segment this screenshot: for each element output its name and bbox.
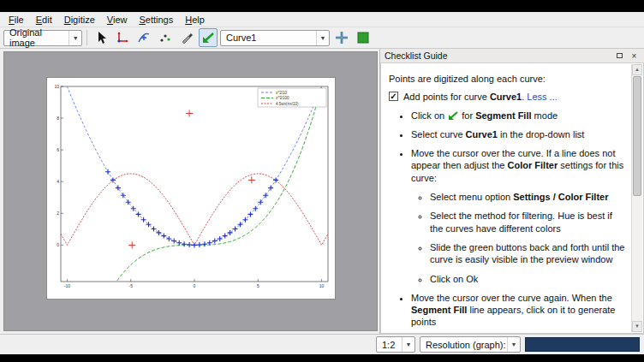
chevron-down-icon: ▼: [69, 31, 81, 45]
app-window: File Edit Digitize View Settings Help Or…: [0, 12, 644, 354]
green-swatch-icon: [357, 32, 369, 44]
select-tool-button[interactable]: [92, 28, 110, 47]
graph-paper[interactable]: 0246810-10-50510x^2/10x^3/1004.5sin(πx/1…: [47, 78, 335, 299]
scrollbar-thumb[interactable]: [633, 76, 641, 196]
svg-text:x^3/100: x^3/100: [276, 96, 289, 100]
step-move-cursor-text: Move the cursor over the curve. If a lin…: [411, 148, 623, 183]
status-value-field[interactable]: [525, 337, 640, 352]
pointer-icon: [94, 31, 108, 45]
svg-text:6: 6: [57, 147, 59, 152]
crosshair-view-button[interactable]: [332, 28, 351, 47]
chevron-down-icon: ▼: [402, 337, 414, 352]
graph-canvas[interactable]: 0246810-10-50510x^2/10x^3/1004.5sin(πx/1…: [3, 51, 378, 331]
step-move-cursor: Move the cursor over the curve. If a lin…: [411, 147, 626, 285]
less-link[interactable]: Less ...: [527, 92, 557, 102]
svg-text:x^2/10: x^2/10: [276, 91, 288, 95]
svg-text:0: 0: [57, 242, 59, 247]
graph-image[interactable]: 0246810-10-50510x^2/10x^3/1004.5sin(πx/1…: [47, 78, 335, 299]
canvas-wrap: 0246810-10-50510x^2/10x^3/1004.5sin(πx/1…: [0, 49, 379, 334]
step-generate-points: Move the cursor over the curve again. Wh…: [411, 292, 626, 329]
segment-fill-icon: [201, 31, 215, 45]
status-view-value: Resolution (graph):: [426, 340, 506, 350]
chevron-down-icon: ▼: [507, 337, 520, 352]
menu-bar: File Edit Digitize View Settings Help: [0, 12, 644, 27]
float-button[interactable]: [614, 50, 625, 62]
checklist-substeps: Select menu option Settings / Color Filt…: [411, 191, 626, 285]
curve-selector-combo[interactable]: Curve1 ▼: [220, 30, 330, 46]
svg-text:10: 10: [319, 283, 325, 288]
checklist-guide-panel: Checklist Guide × Points are digitized a…: [379, 49, 644, 334]
point-match-tool-button[interactable]: [156, 28, 175, 47]
menu-digitize[interactable]: Digitize: [58, 14, 101, 26]
segment-fill-tool-button[interactable]: [199, 28, 218, 47]
step-segment-fill-mode: Click on for Segment Fill mode: [411, 110, 626, 122]
svg-text:-10: -10: [64, 283, 70, 288]
substep-filter-method: Select the method for filtering. Hue is …: [430, 210, 626, 234]
scroll-up-button[interactable]: ▲: [632, 64, 642, 75]
toolbar-separator: [86, 30, 87, 45]
svg-text:8: 8: [57, 116, 59, 121]
svg-text:2: 2: [57, 211, 59, 216]
color-filter-swatch-button[interactable]: [354, 28, 373, 47]
checklist-steps: Click on for Segment Fill mode Select cu…: [389, 110, 626, 329]
substep-settings-color-filter: Select menu option Settings / Color Filt…: [430, 191, 626, 203]
color-picker-icon: [180, 31, 194, 45]
status-bar: 1:2 ▼ Resolution (graph): ▼: [0, 334, 644, 354]
checklist-body: Points are digitized along each curve: ✓…: [380, 63, 644, 334]
segment-fill-inline-icon: [447, 110, 459, 121]
svg-text:4: 4: [57, 179, 59, 184]
point-match-icon: [158, 31, 172, 45]
axis-point-icon: [116, 31, 129, 45]
checklist-scrollbar[interactable]: ▲ ▼: [631, 64, 642, 332]
svg-text:-5: -5: [128, 283, 133, 288]
svg-text:0: 0: [194, 283, 196, 288]
menu-settings[interactable]: Settings: [133, 14, 179, 26]
svg-text:4.5sin(πx/10): 4.5sin(πx/10): [276, 102, 299, 106]
checklist-item-add-points: ✓ Add points for curve Curve1. Less ...: [389, 91, 626, 103]
add-points-checkbox[interactable]: ✓: [389, 92, 398, 101]
close-icon: ×: [632, 51, 637, 61]
main-toolbar: Original image ▼: [0, 27, 644, 49]
step-select-curve: Select curve Curve1 in the drop-down lis…: [411, 128, 626, 140]
menu-view[interactable]: View: [101, 14, 134, 26]
svg-text:5: 5: [257, 283, 259, 288]
scroll-down-button[interactable]: ▼: [632, 321, 642, 332]
checklist-guide-title: Checklist Guide: [385, 50, 448, 61]
close-button[interactable]: ×: [629, 50, 640, 62]
add-points-label: Add points for curve Curve1. Less ...: [403, 91, 558, 103]
main-area: 0246810-10-50510x^2/10x^3/1004.5sin(πx/1…: [0, 49, 644, 334]
axis-point-tool-button[interactable]: [113, 28, 132, 47]
menu-edit[interactable]: Edit: [30, 14, 58, 26]
substep-click-ok: Click on Ok: [430, 273, 626, 285]
crosshair-icon: [335, 31, 349, 45]
substep-slide-buttons: Slide the green buttons back and forth u…: [430, 241, 626, 266]
menu-help[interactable]: Help: [179, 14, 211, 26]
svg-text:10: 10: [54, 84, 59, 89]
menu-file[interactable]: File: [3, 14, 30, 26]
curve-selector-value: Curve1: [226, 33, 256, 43]
curve-point-icon: [137, 31, 151, 45]
float-icon: [617, 53, 623, 58]
zoom-value: 1:2: [382, 340, 395, 350]
curve-point-tool-button[interactable]: [134, 28, 153, 47]
zoom-combo[interactable]: 1:2 ▼: [376, 336, 415, 353]
chevron-down-icon: ▼: [316, 31, 329, 45]
background-selector-value: Original image: [9, 27, 69, 48]
color-picker-tool-button[interactable]: [177, 28, 196, 47]
status-view-combo[interactable]: Resolution (graph): ▼: [420, 336, 521, 353]
background-selector-combo[interactable]: Original image ▼: [3, 30, 82, 46]
checklist-intro: Points are digitized along each curve:: [389, 73, 626, 85]
checklist-guide-titlebar[interactable]: Checklist Guide ×: [380, 49, 644, 63]
